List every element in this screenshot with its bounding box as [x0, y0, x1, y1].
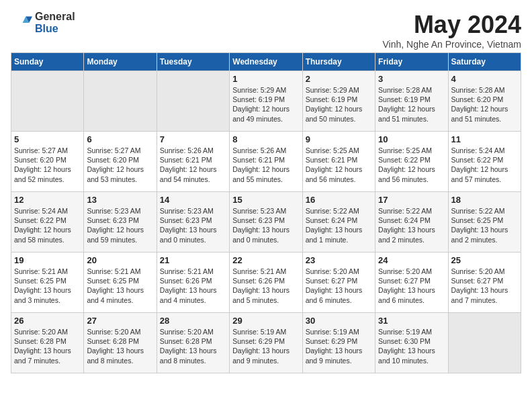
day-info: Sunrise: 5:20 AM Sunset: 6:27 PM Dayligh…	[451, 267, 518, 305]
calendar-cell: 29Sunrise: 5:19 AM Sunset: 6:29 PM Dayli…	[230, 313, 302, 373]
day-number: 26	[14, 316, 81, 326]
day-number: 13	[87, 195, 153, 205]
calendar-cell: 9Sunrise: 5:25 AM Sunset: 6:21 PM Daylig…	[302, 132, 375, 192]
day-info: Sunrise: 5:20 AM Sunset: 6:27 PM Dayligh…	[306, 267, 372, 305]
day-info: Sunrise: 5:29 AM Sunset: 6:19 PM Dayligh…	[306, 85, 372, 124]
day-number: 9	[306, 134, 372, 144]
logo-general: General	[35, 11, 75, 23]
calendar-cell: 4Sunrise: 5:28 AM Sunset: 6:20 PM Daylig…	[448, 71, 521, 132]
calendar-cell: 26Sunrise: 5:20 AM Sunset: 6:28 PM Dayli…	[11, 313, 84, 373]
day-info: Sunrise: 5:19 AM Sunset: 6:29 PM Dayligh…	[306, 327, 372, 365]
day-number: 19	[14, 255, 81, 265]
day-number: 15	[232, 195, 299, 205]
day-info: Sunrise: 5:23 AM Sunset: 6:23 PM Dayligh…	[160, 206, 226, 244]
title-block: May 2024 Vinh, Nghe An Province, Vietnam	[383, 11, 522, 50]
header-day-wednesday: Wednesday	[230, 53, 302, 71]
calendar-table: SundayMondayTuesdayWednesdayThursdayFrid…	[11, 52, 521, 373]
calendar-cell: 7Sunrise: 5:26 AM Sunset: 6:21 PM Daylig…	[157, 132, 229, 192]
week-row-4: 19Sunrise: 5:21 AM Sunset: 6:25 PM Dayli…	[11, 253, 521, 313]
day-number: 1	[232, 74, 299, 84]
calendar-cell: 16Sunrise: 5:22 AM Sunset: 6:24 PM Dayli…	[302, 192, 375, 253]
calendar-cell: 30Sunrise: 5:19 AM Sunset: 6:29 PM Dayli…	[302, 313, 375, 373]
day-number: 20	[87, 255, 153, 265]
calendar-cell: 23Sunrise: 5:20 AM Sunset: 6:27 PM Dayli…	[302, 253, 375, 313]
day-info: Sunrise: 5:22 AM Sunset: 6:24 PM Dayligh…	[378, 206, 445, 244]
day-info: Sunrise: 5:26 AM Sunset: 6:21 PM Dayligh…	[160, 146, 226, 184]
week-row-3: 12Sunrise: 5:24 AM Sunset: 6:22 PM Dayli…	[11, 192, 521, 253]
day-number: 16	[306, 195, 372, 205]
day-number: 27	[87, 316, 153, 326]
day-info: Sunrise: 5:23 AM Sunset: 6:23 PM Dayligh…	[232, 206, 299, 244]
header-day-thursday: Thursday	[302, 53, 375, 71]
day-number: 2	[306, 74, 372, 84]
calendar-cell: 2Sunrise: 5:29 AM Sunset: 6:19 PM Daylig…	[302, 71, 375, 132]
month-title: May 2024	[383, 11, 522, 39]
day-number: 5	[14, 134, 81, 144]
calendar-cell: 10Sunrise: 5:25 AM Sunset: 6:22 PM Dayli…	[375, 132, 448, 192]
day-info: Sunrise: 5:24 AM Sunset: 6:22 PM Dayligh…	[451, 146, 518, 184]
day-info: Sunrise: 5:24 AM Sunset: 6:22 PM Dayligh…	[14, 206, 81, 244]
calendar-cell	[84, 71, 157, 132]
day-info: Sunrise: 5:20 AM Sunset: 6:28 PM Dayligh…	[87, 327, 153, 365]
day-number: 12	[14, 195, 81, 205]
day-number: 23	[306, 255, 372, 265]
calendar-cell: 8Sunrise: 5:26 AM Sunset: 6:21 PM Daylig…	[230, 132, 302, 192]
day-number: 30	[306, 316, 372, 326]
logo: General Blue	[11, 11, 75, 34]
day-number: 24	[378, 255, 445, 265]
day-number: 25	[451, 255, 518, 265]
day-number: 3	[378, 74, 445, 84]
day-info: Sunrise: 5:20 AM Sunset: 6:28 PM Dayligh…	[160, 327, 226, 365]
day-info: Sunrise: 5:23 AM Sunset: 6:23 PM Dayligh…	[87, 206, 153, 244]
day-number: 28	[160, 316, 226, 326]
calendar-cell: 6Sunrise: 5:27 AM Sunset: 6:20 PM Daylig…	[84, 132, 157, 192]
calendar-cell: 25Sunrise: 5:20 AM Sunset: 6:27 PM Dayli…	[448, 253, 521, 313]
calendar-cell: 14Sunrise: 5:23 AM Sunset: 6:23 PM Dayli…	[157, 192, 229, 253]
logo-text: General Blue	[35, 11, 75, 34]
calendar-cell: 5Sunrise: 5:27 AM Sunset: 6:20 PM Daylig…	[11, 132, 84, 192]
calendar-cell: 27Sunrise: 5:20 AM Sunset: 6:28 PM Dayli…	[84, 313, 157, 373]
header-day-saturday: Saturday	[448, 53, 521, 71]
day-info: Sunrise: 5:19 AM Sunset: 6:29 PM Dayligh…	[232, 327, 299, 365]
week-row-2: 5Sunrise: 5:27 AM Sunset: 6:20 PM Daylig…	[11, 132, 521, 192]
calendar-cell	[11, 71, 84, 132]
header-row: SundayMondayTuesdayWednesdayThursdayFrid…	[11, 53, 521, 71]
calendar-cell: 22Sunrise: 5:21 AM Sunset: 6:26 PM Dayli…	[230, 253, 302, 313]
calendar-cell: 24Sunrise: 5:20 AM Sunset: 6:27 PM Dayli…	[375, 253, 448, 313]
header-day-friday: Friday	[375, 53, 448, 71]
day-info: Sunrise: 5:21 AM Sunset: 6:25 PM Dayligh…	[87, 267, 153, 305]
day-number: 4	[451, 74, 518, 84]
day-info: Sunrise: 5:28 AM Sunset: 6:20 PM Dayligh…	[451, 85, 518, 124]
header-day-monday: Monday	[84, 53, 157, 71]
page-header: General Blue May 2024 Vinh, Nghe An Prov…	[11, 11, 521, 50]
day-info: Sunrise: 5:26 AM Sunset: 6:21 PM Dayligh…	[232, 146, 299, 184]
logo-blue: Blue	[35, 23, 75, 35]
day-number: 21	[160, 255, 226, 265]
day-info: Sunrise: 5:27 AM Sunset: 6:20 PM Dayligh…	[87, 146, 153, 184]
day-info: Sunrise: 5:21 AM Sunset: 6:26 PM Dayligh…	[232, 267, 299, 305]
day-number: 10	[378, 134, 445, 144]
calendar-cell: 28Sunrise: 5:20 AM Sunset: 6:28 PM Dayli…	[157, 313, 229, 373]
week-row-5: 26Sunrise: 5:20 AM Sunset: 6:28 PM Dayli…	[11, 313, 521, 373]
header-day-tuesday: Tuesday	[157, 53, 229, 71]
calendar-cell: 11Sunrise: 5:24 AM Sunset: 6:22 PM Dayli…	[448, 132, 521, 192]
calendar-cell	[157, 71, 229, 132]
calendar-cell	[448, 313, 521, 373]
day-info: Sunrise: 5:28 AM Sunset: 6:19 PM Dayligh…	[378, 85, 445, 124]
day-info: Sunrise: 5:21 AM Sunset: 6:25 PM Dayligh…	[14, 267, 81, 305]
header-day-sunday: Sunday	[11, 53, 84, 71]
calendar-cell: 1Sunrise: 5:29 AM Sunset: 6:19 PM Daylig…	[230, 71, 302, 132]
calendar-cell: 15Sunrise: 5:23 AM Sunset: 6:23 PM Dayli…	[230, 192, 302, 253]
calendar-cell: 20Sunrise: 5:21 AM Sunset: 6:25 PM Dayli…	[84, 253, 157, 313]
day-info: Sunrise: 5:21 AM Sunset: 6:26 PM Dayligh…	[160, 267, 226, 305]
day-info: Sunrise: 5:27 AM Sunset: 6:20 PM Dayligh…	[14, 146, 81, 184]
day-number: 8	[232, 134, 299, 144]
day-info: Sunrise: 5:22 AM Sunset: 6:25 PM Dayligh…	[451, 206, 518, 244]
calendar-cell: 12Sunrise: 5:24 AM Sunset: 6:22 PM Dayli…	[11, 192, 84, 253]
day-number: 11	[451, 134, 518, 144]
day-info: Sunrise: 5:25 AM Sunset: 6:22 PM Dayligh…	[378, 146, 445, 184]
day-info: Sunrise: 5:19 AM Sunset: 6:30 PM Dayligh…	[378, 327, 445, 365]
day-info: Sunrise: 5:20 AM Sunset: 6:27 PM Dayligh…	[378, 267, 445, 305]
location-subtitle: Vinh, Nghe An Province, Vietnam	[383, 39, 522, 50]
day-info: Sunrise: 5:25 AM Sunset: 6:21 PM Dayligh…	[306, 146, 372, 184]
